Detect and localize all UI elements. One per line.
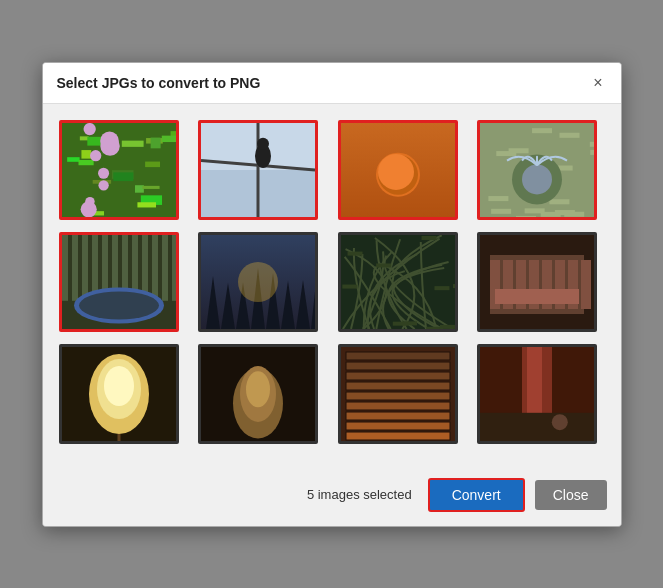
image-cell[interactable] bbox=[198, 344, 318, 444]
convert-button[interactable]: Convert bbox=[428, 478, 525, 512]
dialog-header: Select JPGs to convert to PNG × bbox=[43, 63, 621, 104]
image-cell[interactable] bbox=[198, 232, 318, 332]
dialog-body bbox=[43, 104, 621, 468]
thumbnail-canvas bbox=[201, 123, 315, 217]
thumbnail-canvas bbox=[62, 235, 176, 329]
thumbnail-canvas bbox=[480, 235, 594, 329]
image-cell[interactable] bbox=[338, 344, 458, 444]
image-cell[interactable] bbox=[59, 232, 179, 332]
image-cell[interactable] bbox=[477, 120, 597, 220]
status-text: 5 images selected bbox=[307, 487, 412, 502]
image-cell[interactable] bbox=[338, 120, 458, 220]
convert-dialog: Select JPGs to convert to PNG × 5 images… bbox=[42, 62, 622, 527]
image-cell[interactable] bbox=[59, 344, 179, 444]
thumbnail-canvas bbox=[480, 347, 594, 441]
thumbnail-canvas bbox=[62, 123, 176, 217]
header-close-button[interactable]: × bbox=[589, 73, 606, 93]
thumbnail-canvas bbox=[201, 347, 315, 441]
close-button[interactable]: Close bbox=[535, 480, 607, 510]
thumbnail-canvas bbox=[201, 235, 315, 329]
image-cell[interactable] bbox=[198, 120, 318, 220]
image-cell[interactable] bbox=[477, 344, 597, 444]
thumbnail-canvas bbox=[480, 123, 594, 217]
dialog-title: Select JPGs to convert to PNG bbox=[57, 75, 261, 91]
thumbnail-canvas bbox=[62, 347, 176, 441]
thumbnail-canvas bbox=[341, 347, 455, 441]
image-grid bbox=[59, 120, 605, 444]
dialog-footer: 5 images selected Convert Close bbox=[43, 468, 621, 526]
image-cell[interactable] bbox=[338, 232, 458, 332]
thumbnail-canvas bbox=[341, 123, 455, 217]
thumbnail-canvas bbox=[341, 235, 455, 329]
image-cell[interactable] bbox=[477, 232, 597, 332]
image-cell[interactable] bbox=[59, 120, 179, 220]
